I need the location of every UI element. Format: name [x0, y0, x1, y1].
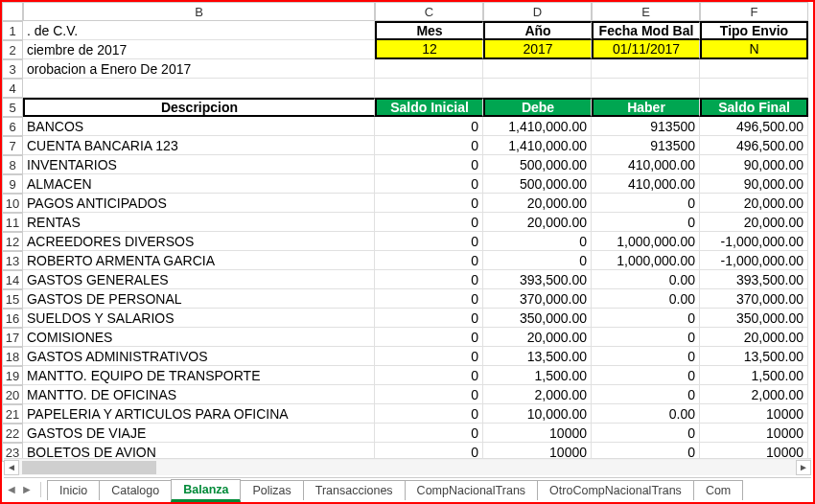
cell-debe-21[interactable]: 10,000.00 [483, 404, 592, 424]
cell-desc-12[interactable]: ACREEDORES DIVERSOS [23, 232, 375, 251]
tab-nav-next[interactable]: ► [21, 479, 33, 500]
cell-f2[interactable]: N [700, 40, 808, 59]
column-header-F[interactable]: F [700, 2, 808, 21]
sheet-tab-balanza[interactable]: Balanza [171, 479, 241, 502]
cell-saldo-inicial-12[interactable]: 0 [375, 232, 483, 251]
cell-empty-r3-3[interactable] [700, 59, 808, 79]
cell-haber-19[interactable]: 0 [592, 366, 700, 385]
cell-saldo-inicial-13[interactable]: 0 [375, 251, 483, 270]
sheet-tab-otrocompnacionaltrans[interactable]: OtroCompNacionalTrans [537, 480, 694, 500]
cell-debe-6[interactable]: 1,410,000.00 [483, 117, 592, 136]
cell-desc-15[interactable]: GASTOS DE PERSONAL [23, 289, 375, 309]
sheet-tab-polizas[interactable]: Polizas [240, 480, 303, 500]
cell-desc-11[interactable]: RENTAS [23, 213, 375, 232]
cell-desc-8[interactable]: INVENTARIOS [23, 155, 375, 174]
cell-desc-7[interactable]: CUENTA BANCARIA 123 [23, 136, 375, 155]
scroll-left-button[interactable]: ◄ [4, 460, 19, 475]
cell-desc-18[interactable]: GASTOS ADMINISTRATIVOS [23, 347, 375, 366]
cell-saldo-inicial-10[interactable]: 0 [375, 194, 483, 213]
column-header-B[interactable]: B [23, 2, 375, 21]
row-header-22[interactable]: 22 [2, 424, 23, 443]
row-header-17[interactable]: 17 [2, 328, 23, 347]
cell-desc-9[interactable]: ALMACEN [23, 174, 375, 194]
row-header-14[interactable]: 14 [2, 270, 23, 289]
cell-haber-6[interactable]: 913500 [592, 117, 700, 136]
row-header-20[interactable]: 20 [2, 385, 23, 404]
cell-debe-10[interactable]: 20,000.00 [483, 194, 592, 213]
cell-saldo-final-22[interactable]: 10000 [700, 424, 808, 443]
column-header-D[interactable]: D [483, 2, 592, 21]
row-header-2[interactable]: 2 [2, 40, 23, 59]
cell-desc-22[interactable]: GASTOS DE VIAJE [23, 424, 375, 443]
cell-haber-22[interactable]: 0 [592, 424, 700, 443]
cell-haber-17[interactable]: 0 [592, 328, 700, 347]
header-saldo-inicial[interactable]: Saldo Inicial [375, 98, 483, 117]
cell-desc-13[interactable]: ROBERTO ARMENTA GARCIA [23, 251, 375, 270]
cell-haber-21[interactable]: 0.00 [592, 404, 700, 424]
cell-debe-16[interactable]: 350,000.00 [483, 309, 592, 328]
cell-c2[interactable]: 12 [375, 40, 483, 59]
header-descripcion[interactable]: Descripcion [23, 98, 375, 117]
cell-debe-18[interactable]: 13,500.00 [483, 347, 592, 366]
cell-debe-22[interactable]: 10000 [483, 424, 592, 443]
row-header-4[interactable]: 4 [2, 79, 23, 98]
cell-saldo-final-21[interactable]: 10000 [700, 404, 808, 424]
cell-debe-13[interactable]: 0 [483, 251, 592, 270]
cell-debe-7[interactable]: 1,410,000.00 [483, 136, 592, 155]
column-header-C[interactable]: C [375, 2, 483, 21]
cell-saldo-final-12[interactable]: -1,000,000.00 [700, 232, 808, 251]
cell-saldo-inicial-22[interactable]: 0 [375, 424, 483, 443]
header-debe[interactable]: Debe [483, 98, 592, 117]
cell-desc-21[interactable]: PAPELERIA Y ARTICULOS PARA OFICINA [23, 404, 375, 424]
cell-haber-9[interactable]: 410,000.00 [592, 174, 700, 194]
sheet-tab-catalogo[interactable]: Catalogo [99, 480, 172, 500]
cell-saldo-final-9[interactable]: 90,000.00 [700, 174, 808, 194]
row-header-7[interactable]: 7 [2, 136, 23, 155]
cell-debe-9[interactable]: 500,000.00 [483, 174, 592, 194]
header-haber[interactable]: Haber [592, 98, 700, 117]
cell-d2[interactable]: 2017 [483, 40, 592, 59]
sheet-tab-compnacionaltrans[interactable]: CompNacionalTrans [405, 480, 538, 500]
sheet-tab-inicio[interactable]: Inicio [47, 480, 100, 500]
cell-saldo-final-19[interactable]: 1,500.00 [700, 366, 808, 385]
cell-debe-12[interactable]: 0 [483, 232, 592, 251]
cell-saldo-inicial-21[interactable]: 0 [375, 404, 483, 424]
row-header-8[interactable]: 8 [2, 155, 23, 174]
cell-e1[interactable]: Fecha Mod Bal [592, 21, 700, 40]
cell-e2[interactable]: 01/11/2017 [592, 40, 700, 59]
cell-saldo-final-8[interactable]: 90,000.00 [700, 155, 808, 174]
scroll-track[interactable] [19, 460, 796, 475]
spreadsheet-grid[interactable]: BCDEF1. de C.V.MesAñoFecha Mod BalTipo E… [2, 2, 813, 462]
sheet-tab-com[interactable]: Com [693, 480, 743, 500]
cell-haber-20[interactable]: 0 [592, 385, 700, 404]
cell-desc-6[interactable]: BANCOS [23, 117, 375, 136]
cell-debe-17[interactable]: 20,000.00 [483, 328, 592, 347]
row-header-15[interactable]: 15 [2, 289, 23, 309]
cell-desc-17[interactable]: COMISIONES [23, 328, 375, 347]
cell-debe-19[interactable]: 1,500.00 [483, 366, 592, 385]
cell-debe-14[interactable]: 393,500.00 [483, 270, 592, 289]
cell-haber-13[interactable]: 1,000,000.00 [592, 251, 700, 270]
cell-saldo-inicial-9[interactable]: 0 [375, 174, 483, 194]
cell-b2[interactable]: ciembre de 2017 [23, 40, 375, 59]
cell-saldo-final-18[interactable]: 13,500.00 [700, 347, 808, 366]
sheet-tab-transacciones[interactable]: Transacciones [303, 480, 406, 500]
cell-saldo-inicial-20[interactable]: 0 [375, 385, 483, 404]
cell-saldo-inicial-16[interactable]: 0 [375, 309, 483, 328]
cell-saldo-inicial-11[interactable]: 0 [375, 213, 483, 232]
cell-b3[interactable]: orobacion a Enero De 2017 [23, 59, 375, 79]
row-header-19[interactable]: 19 [2, 366, 23, 385]
column-header-E[interactable]: E [592, 2, 700, 21]
cell-saldo-final-17[interactable]: 20,000.00 [700, 328, 808, 347]
cell-saldo-final-15[interactable]: 370,000.00 [700, 289, 808, 309]
row-header-13[interactable]: 13 [2, 251, 23, 270]
row-header-11[interactable]: 11 [2, 213, 23, 232]
cell-debe-11[interactable]: 20,000.00 [483, 213, 592, 232]
cell-desc-10[interactable]: PAGOS ANTICIPADOS [23, 194, 375, 213]
cell-saldo-inicial-15[interactable]: 0 [375, 289, 483, 309]
select-all-corner[interactable] [2, 2, 23, 21]
row-header-18[interactable]: 18 [2, 347, 23, 366]
scroll-thumb[interactable] [22, 461, 156, 474]
cell-saldo-final-13[interactable]: -1,000,000.00 [700, 251, 808, 270]
cell-saldo-final-10[interactable]: 20,000.00 [700, 194, 808, 213]
